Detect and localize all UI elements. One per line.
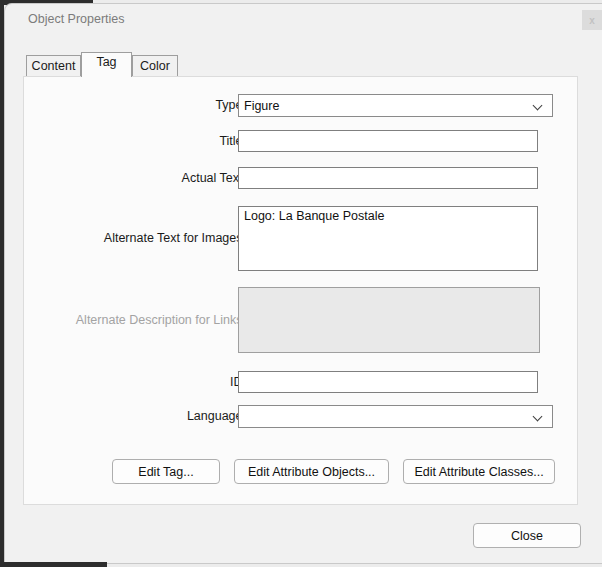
edit-tag-button[interactable]: Edit Tag... bbox=[112, 459, 220, 484]
alternate-description-textarea bbox=[238, 287, 540, 353]
screenshot-stage: Object Properties x Content Tag Color Ty… bbox=[0, 0, 602, 567]
close-x-glyph: x bbox=[589, 15, 595, 26]
tab-content[interactable]: Content bbox=[26, 55, 81, 77]
actual-text-label: Actual Text: bbox=[182, 171, 246, 185]
edit-attribute-objects-button[interactable]: Edit Attribute Objects... bbox=[234, 459, 389, 484]
title-input[interactable] bbox=[238, 130, 538, 152]
actual-text-input[interactable] bbox=[238, 167, 538, 189]
id-input[interactable] bbox=[238, 371, 538, 393]
type-dropdown[interactable]: Figure bbox=[238, 94, 553, 117]
alternate-description-label: Alternate Description for Links: bbox=[76, 313, 246, 327]
dialog-title: Object Properties bbox=[28, 12, 125, 26]
object-properties-dialog: Object Properties x Content Tag Color Ty… bbox=[4, 3, 602, 564]
alternate-text-textarea[interactable]: Logo: La Banque Postale bbox=[238, 206, 538, 271]
tab-color-label: Color bbox=[140, 59, 170, 73]
tab-color[interactable]: Color bbox=[132, 55, 178, 77]
type-dropdown-value: Figure bbox=[244, 99, 279, 113]
tab-tag[interactable]: Tag bbox=[81, 52, 132, 77]
edit-attribute-classes-button[interactable]: Edit Attribute Classes... bbox=[403, 459, 555, 484]
tab-tag-label: Tag bbox=[96, 55, 116, 69]
chevron-down-icon bbox=[533, 412, 543, 422]
tab-content-label: Content bbox=[32, 59, 76, 73]
close-button[interactable]: Close bbox=[473, 523, 581, 548]
app-background-bottom-edge bbox=[0, 562, 107, 567]
tag-tab-panel: Type: Figure Title: Actual Text: Alterna… bbox=[23, 76, 578, 505]
close-icon[interactable]: x bbox=[582, 10, 602, 30]
alternate-text-label: Alternate Text for Images: bbox=[104, 231, 246, 245]
language-dropdown[interactable] bbox=[238, 405, 553, 428]
chevron-down-icon bbox=[533, 101, 543, 111]
